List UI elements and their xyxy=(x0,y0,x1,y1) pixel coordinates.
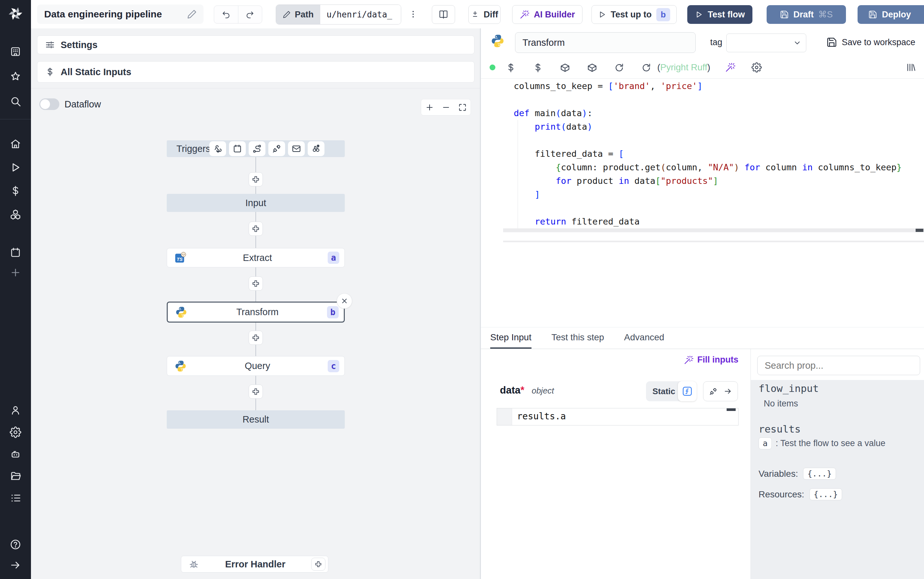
editor-toolbar-package[interactable] xyxy=(560,62,570,73)
save-icon xyxy=(780,10,789,19)
editor-toolbar-dollar[interactable] xyxy=(533,62,543,73)
result-id-chip[interactable]: a xyxy=(759,437,772,449)
gear-icon[interactable] xyxy=(751,62,762,73)
tab-advanced[interactable]: Advanced xyxy=(624,327,664,349)
typescript-bun-icon: TS xyxy=(174,251,187,264)
test-flow-button[interactable]: Test flow xyxy=(687,5,753,24)
sidebar-item-settings[interactable] xyxy=(8,425,23,439)
trigger-poll[interactable] xyxy=(308,141,325,156)
results-section-label[interactable]: results xyxy=(759,423,801,435)
fill-inputs-button[interactable]: Fill inputs xyxy=(684,355,739,365)
test-up-to-button[interactable]: Test up to b xyxy=(591,5,677,24)
editor-toolbar-dollar[interactable] xyxy=(506,62,516,73)
all-static-inputs-row[interactable]: All Static Inputs xyxy=(37,61,474,83)
sidebar-item-folders[interactable] xyxy=(8,469,23,483)
trigger-route[interactable] xyxy=(249,141,265,156)
variables-row: Variables: {...} xyxy=(759,468,836,480)
zoom-in-icon[interactable] xyxy=(425,103,434,112)
sidebar-item-logs[interactable] xyxy=(8,491,23,505)
main-split-divider[interactable] xyxy=(480,28,481,579)
sidebar-item-user[interactable] xyxy=(8,403,23,417)
ai-assist-icon[interactable] xyxy=(725,62,735,73)
sidebar-item-home[interactable] xyxy=(8,137,23,151)
sidebar-item-schedules[interactable] xyxy=(8,245,23,260)
more-options-button[interactable] xyxy=(408,7,419,21)
sidebar-item-workspace[interactable] xyxy=(8,44,23,59)
insert-step-button[interactable] xyxy=(249,330,263,345)
dataflow-toggle[interactable] xyxy=(39,98,59,110)
path-label-segment[interactable]: Path xyxy=(276,5,320,24)
editor-toolbar-refresh[interactable] xyxy=(641,62,651,73)
path-button-group[interactable]: Path u/henri/data_ xyxy=(276,5,401,25)
search-prop-input[interactable] xyxy=(757,356,920,375)
flow-settings-row[interactable]: Settings xyxy=(37,36,474,54)
node-id-badge: b xyxy=(327,306,339,318)
code-editor[interactable]: columns_to_keep = ['brand', 'price'] def… xyxy=(514,79,902,228)
trigger-email[interactable] xyxy=(288,141,305,156)
python-icon xyxy=(174,360,187,373)
tab-test-this-step[interactable]: Test this step xyxy=(552,327,604,349)
redo-button[interactable] xyxy=(238,6,262,23)
save-to-workspace-button[interactable]: Save to workspace xyxy=(842,38,915,47)
sidebar-item-search[interactable] xyxy=(8,94,23,108)
sidebar-item-collapse[interactable] xyxy=(8,558,23,572)
flow-title-box[interactable]: Data engineering pipeline xyxy=(37,5,204,24)
draft-button[interactable]: Draft ⌘S xyxy=(767,5,846,24)
trigger-websocket[interactable] xyxy=(268,141,285,156)
diff-button[interactable]: Diff xyxy=(468,5,501,24)
editor-toolbar-package[interactable] xyxy=(587,62,597,73)
sidebar-item-resources[interactable] xyxy=(8,208,23,222)
library-icon[interactable] xyxy=(906,62,916,73)
static-mode-button[interactable]: Static xyxy=(646,386,678,396)
expression-input[interactable]: results.a xyxy=(497,408,739,425)
insert-step-button[interactable] xyxy=(249,222,263,236)
docs-button[interactable] xyxy=(432,5,455,24)
sidebar-item-add[interactable] xyxy=(8,265,23,280)
insert-step-button[interactable] xyxy=(249,172,263,186)
flow-node-extract[interactable]: TS Extract a xyxy=(167,248,345,267)
zoom-out-icon[interactable] xyxy=(441,103,451,112)
code-line: ] xyxy=(514,188,902,201)
insert-step-button[interactable] xyxy=(249,384,263,399)
tab-step-input[interactable]: Step Input xyxy=(490,327,532,349)
editor-toolbar-refresh[interactable] xyxy=(614,62,624,73)
ai-builder-button[interactable]: AI Builder xyxy=(512,5,583,24)
sidebar-secondary-group xyxy=(0,245,31,280)
step-name-input[interactable] xyxy=(515,32,695,53)
resources-chip[interactable]: {...} xyxy=(810,488,842,500)
flow-title: Data engineering pipeline xyxy=(37,9,187,20)
javascript-expression-mode-button[interactable] xyxy=(678,381,697,401)
sliders-icon xyxy=(45,40,55,50)
sidebar-item-star[interactable] xyxy=(8,69,23,83)
editor-horizontal-scrollbar[interactable] xyxy=(503,228,924,232)
flow-node-transform-selected[interactable]: Transform b xyxy=(167,302,345,322)
trigger-webhook[interactable] xyxy=(209,141,226,156)
windmill-logo-icon[interactable] xyxy=(8,6,23,21)
remove-node-button[interactable] xyxy=(337,293,352,309)
edit-title-pencil-icon[interactable] xyxy=(187,9,197,20)
expression-value[interactable]: results.a xyxy=(517,411,566,422)
sidebar-item-runs[interactable] xyxy=(8,160,23,175)
sidebar-item-variables[interactable] xyxy=(8,184,23,198)
scrollbar-thumb[interactable] xyxy=(916,229,923,232)
tag-select[interactable] xyxy=(726,34,806,52)
result-item-row[interactable]: a : Test the flow to see a value xyxy=(759,437,885,449)
fit-view-icon[interactable] xyxy=(458,103,467,112)
add-error-handler-button[interactable] xyxy=(311,558,325,571)
flow-node-result[interactable]: Result xyxy=(167,410,345,429)
sidebar-item-help[interactable] xyxy=(8,537,23,551)
sidebar-item-workers[interactable] xyxy=(8,447,23,461)
error-handler-node[interactable]: Error Handler xyxy=(181,556,328,572)
expression-gutter xyxy=(497,408,512,425)
insert-step-button[interactable] xyxy=(249,276,263,291)
deploy-button[interactable]: Deploy xyxy=(857,5,922,24)
connect-input-group[interactable] xyxy=(703,381,738,401)
trigger-schedule[interactable] xyxy=(229,141,246,156)
variables-chip[interactable]: {...} xyxy=(803,468,836,480)
flow-node-query[interactable]: Query c xyxy=(167,356,345,376)
flow-input-section-label[interactable]: flow_input xyxy=(759,383,819,394)
flow-node-input[interactable]: Input xyxy=(167,194,345,212)
path-value[interactable]: u/henri/data_ xyxy=(320,5,401,24)
resources-row: Resources: {...} xyxy=(759,488,842,500)
undo-button[interactable] xyxy=(214,6,238,23)
